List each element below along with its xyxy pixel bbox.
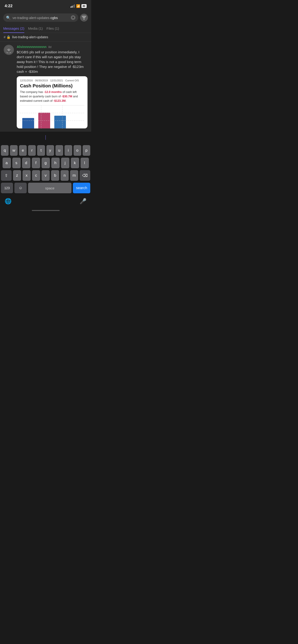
channel-name: live-trading-alert-updates bbox=[12, 35, 48, 39]
svg-point-7 bbox=[8, 50, 9, 50]
keyboard-row-2: a s d f g h j k l bbox=[1, 158, 90, 168]
tab-media[interactable]: Media (1) bbox=[28, 24, 47, 33]
key-j[interactable]: j bbox=[61, 158, 69, 168]
search-query-text: cgbs bbox=[50, 16, 58, 20]
keyboard: q w e r t y u i o p a s d f g h j k l ⇧ … bbox=[0, 143, 91, 196]
status-icons: 📶 80 bbox=[71, 4, 87, 8]
key-a[interactable]: a bbox=[3, 158, 11, 168]
key-h[interactable]: h bbox=[51, 158, 60, 168]
emoji-key[interactable]: ☺ bbox=[15, 183, 27, 193]
search-icon: 🔍 bbox=[6, 16, 11, 20]
spacer-area bbox=[0, 132, 91, 143]
shift-key[interactable]: ⇧ bbox=[1, 170, 12, 181]
key-c[interactable]: c bbox=[32, 170, 40, 181]
key-f[interactable]: f bbox=[32, 158, 40, 168]
search-tabs: Messages (2) Media (1) Files (1) bbox=[0, 24, 91, 33]
key-s[interactable]: s bbox=[12, 158, 21, 168]
home-indicator bbox=[0, 208, 91, 212]
key-b[interactable]: b bbox=[51, 170, 59, 181]
search-area: 🔍 ve-trading-alert-updates cgbs ✕ bbox=[0, 11, 91, 24]
search-filter-button[interactable] bbox=[80, 14, 88, 22]
battery-indicator: 80 bbox=[82, 4, 87, 8]
lock-icon: # 🔒 bbox=[4, 35, 11, 39]
svg-rect-1 bbox=[83, 18, 85, 18]
key-p[interactable]: p bbox=[83, 145, 90, 156]
signal-bars-icon bbox=[71, 4, 75, 8]
message-text: $CGBS pls sell ur position immediately, … bbox=[17, 50, 88, 74]
message-time: 8d bbox=[48, 46, 51, 49]
message-row: Alvinnnnnnnnnnn 8d $CGBS pls sell ur pos… bbox=[4, 45, 88, 128]
space-key[interactable]: space bbox=[28, 183, 72, 193]
key-i[interactable]: i bbox=[65, 145, 72, 156]
chart-title: Cash Position (Millions) bbox=[20, 83, 84, 88]
svg-point-8 bbox=[9, 50, 10, 50]
status-bar: 4:22 📶 80 bbox=[0, 0, 91, 11]
globe-icon[interactable]: 🌐 bbox=[5, 198, 12, 204]
key-v[interactable]: v bbox=[42, 170, 50, 181]
search-channel-tag: ve-trading-alert-updates bbox=[13, 16, 50, 20]
microphone-icon[interactable]: 🎤 bbox=[80, 198, 87, 204]
key-q[interactable]: q bbox=[1, 145, 9, 156]
status-time: 4:22 bbox=[5, 4, 13, 8]
chart-bars bbox=[20, 105, 84, 128]
wifi-icon: 📶 bbox=[76, 4, 80, 8]
numbers-key[interactable]: 123 bbox=[1, 183, 13, 193]
key-e[interactable]: e bbox=[19, 145, 27, 156]
keyboard-row-1: q w e r t y u i o p bbox=[1, 145, 90, 156]
tab-files[interactable]: Files (1) bbox=[47, 24, 63, 33]
message-area: Alvinnnnnnnnnnn 8d $CGBS pls sell ur pos… bbox=[0, 42, 91, 132]
key-x[interactable]: x bbox=[23, 170, 31, 181]
home-line bbox=[32, 210, 60, 211]
search-text-area: ve-trading-alert-updates cgbs bbox=[13, 16, 69, 20]
channel-header: # 🔒 live-trading-alert-updates bbox=[0, 33, 91, 42]
key-n[interactable]: n bbox=[61, 170, 69, 181]
search-key[interactable]: search bbox=[73, 183, 90, 193]
bottom-bar: 🌐 🎤 bbox=[0, 196, 91, 208]
keyboard-row-3: ⇧ z x c v b n m ⌫ bbox=[1, 170, 90, 181]
filter-icon bbox=[82, 16, 86, 19]
svg-rect-0 bbox=[82, 16, 86, 16]
key-y[interactable]: y bbox=[47, 145, 54, 156]
cursor-line bbox=[46, 135, 46, 140]
key-k[interactable]: k bbox=[71, 158, 79, 168]
key-d[interactable]: d bbox=[22, 158, 31, 168]
chart-grid bbox=[20, 106, 84, 128]
key-l[interactable]: l bbox=[81, 158, 89, 168]
avatar bbox=[4, 45, 14, 55]
search-bar[interactable]: 🔍 ve-trading-alert-updates cgbs ✕ bbox=[3, 14, 78, 22]
message-header: Alvinnnnnnnnnnn 8d bbox=[17, 45, 88, 49]
chart-dates: 12/31/2016 06/30/2019 12/31/2021 Current… bbox=[20, 79, 84, 82]
delete-key[interactable]: ⌫ bbox=[80, 170, 90, 181]
search-clear-button[interactable]: ✕ bbox=[71, 15, 75, 20]
key-m[interactable]: m bbox=[70, 170, 78, 181]
message-author: Alvinnnnnnnnnnn bbox=[17, 45, 47, 49]
keyboard-row-4: 123 ☺ space search bbox=[1, 183, 90, 193]
message-content: Alvinnnnnnnnnnn 8d $CGBS pls sell ur pos… bbox=[17, 45, 88, 128]
key-z[interactable]: z bbox=[13, 170, 21, 181]
key-u[interactable]: u bbox=[56, 145, 63, 156]
svg-rect-2 bbox=[83, 19, 85, 19]
key-t[interactable]: t bbox=[37, 145, 45, 156]
key-g[interactable]: g bbox=[42, 158, 50, 168]
chart-card: 12/31/2016 06/30/2019 12/31/2021 Current… bbox=[17, 76, 88, 128]
key-o[interactable]: o bbox=[74, 145, 81, 156]
key-r[interactable]: r bbox=[28, 145, 36, 156]
chart-description: The company has -12.0 months of cash lef… bbox=[20, 90, 84, 103]
key-w[interactable]: w bbox=[10, 145, 18, 156]
tab-messages[interactable]: Messages (2) bbox=[3, 24, 28, 33]
